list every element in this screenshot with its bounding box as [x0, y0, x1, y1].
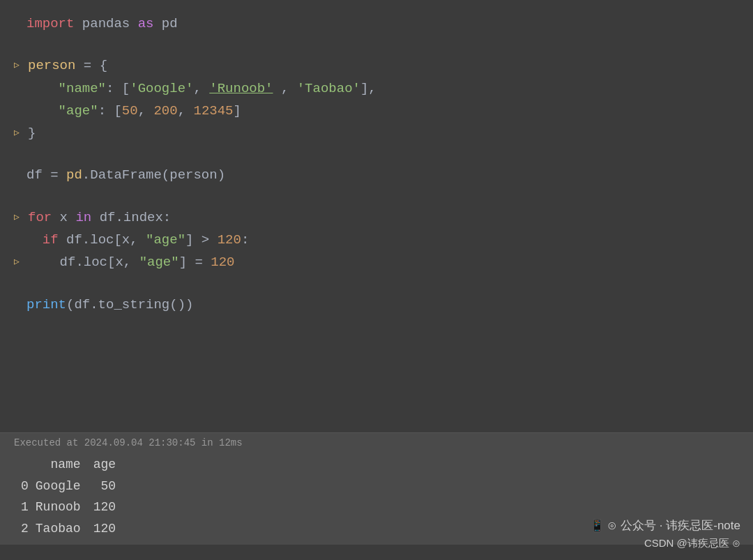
code-text: ,	[273, 77, 297, 100]
code-text: ,	[193, 77, 209, 100]
code-text: = {	[75, 54, 107, 77]
code-number: 12345	[194, 100, 234, 122]
code-line-8: df = pd .DataFrame(person)	[14, 164, 739, 186]
cell-name: Taobao	[36, 518, 93, 540]
wechat-icon: 📱	[590, 519, 604, 532]
cell-name: Google	[36, 476, 93, 497]
watermark-line1: 📱 ⊙ 公众号 · 讳疾忌医-note	[590, 516, 740, 535]
execution-status: Executed at 2024.09.04 21:30:45 in 12ms	[14, 437, 739, 451]
cell-age: 50	[93, 476, 128, 497]
watermark-line2: CSDN @讳疾忌医 ⊙	[590, 535, 740, 552]
code-var: person	[28, 54, 75, 77]
keyword-import: import	[26, 13, 74, 35]
code-string: "name"	[59, 77, 106, 100]
code-text: ]	[234, 100, 241, 122]
gutter-14	[14, 294, 26, 316]
col-header-name: name	[36, 454, 93, 476]
code-number: 200	[153, 100, 177, 122]
col-header-index	[21, 454, 36, 476]
gutter-10: ▷	[14, 210, 26, 225]
gutter-3: ▷	[14, 58, 26, 73]
cell-age: 120	[93, 518, 128, 540]
code-text: ],	[360, 77, 376, 100]
code-text	[26, 229, 43, 251]
gutter-12: ▷	[14, 255, 26, 270]
empty-line	[14, 144, 739, 164]
code-line-12: ▷ df.loc[x, "age" ] = 120	[14, 251, 739, 273]
code-text: ] =	[179, 251, 211, 273]
code-line-14: print (df.to_string())	[14, 294, 739, 316]
code-text: (df.to_string())	[66, 294, 193, 316]
code-line-10: ▷ for x in df.index:	[14, 206, 739, 229]
code-text: pandas	[74, 13, 137, 35]
code-text: x	[52, 206, 75, 229]
code-string: 'Runoob'	[209, 77, 273, 100]
gutter-11	[14, 229, 26, 251]
table-row: 2 Taobao 120	[21, 518, 128, 540]
code-text: : [	[98, 100, 122, 122]
code-line-6: ▷ }	[14, 122, 739, 144]
watermark: 📱 ⊙ 公众号 · 讳疾忌医-note CSDN @讳疾忌医 ⊙	[590, 516, 740, 552]
result-table: name age 0 Google 50 1 Runoob 120 2 Taob…	[21, 454, 128, 539]
empty-line	[14, 35, 739, 54]
code-string: "age"	[59, 100, 98, 122]
cell-age: 120	[93, 497, 128, 518]
cell-name: Runoob	[36, 497, 93, 518]
cell-index: 0	[21, 476, 36, 497]
empty-line	[14, 274, 739, 294]
code-text: df =	[26, 164, 66, 186]
code-number: 120	[211, 251, 234, 273]
keyword-in: in	[75, 206, 91, 229]
gutter-4	[14, 77, 26, 100]
code-text	[26, 77, 59, 100]
code-text: .DataFrame(person)	[82, 164, 225, 186]
keyword-print: print	[26, 294, 66, 316]
gutter-1	[14, 13, 26, 35]
code-line-1: import pandas as pd	[14, 13, 739, 35]
code-text: ,	[178, 100, 194, 122]
gutter-8	[14, 164, 26, 186]
code-line-11: if df.loc[x, "age" ] > 120 :	[14, 229, 739, 251]
code-module: pd	[66, 164, 82, 186]
code-string: "age"	[146, 229, 185, 251]
code-line-3: ▷ person = {	[14, 54, 739, 77]
code-number: 50	[122, 100, 138, 122]
code-text: :	[241, 229, 249, 251]
code-text	[26, 100, 59, 122]
cell-index: 2	[21, 518, 36, 540]
table-row: 0 Google 50	[21, 476, 128, 497]
watermark-text1: ⊙ 公众号 · 讳疾忌医-note	[607, 519, 740, 532]
gutter-5	[14, 100, 26, 122]
code-number: 120	[218, 229, 241, 251]
table-row: 1 Runoob 120	[21, 497, 128, 518]
code-text: }	[28, 122, 36, 144]
code-text: ,	[138, 100, 154, 122]
code-line-5: "age" : [ 50 , 200 , 12345 ]	[14, 100, 739, 122]
cell-index: 1	[21, 497, 36, 518]
code-text: : [	[106, 77, 130, 100]
code-string: 'Google'	[130, 77, 193, 100]
code-text: df.loc[x,	[59, 229, 146, 251]
empty-line	[14, 187, 739, 206]
keyword-if: if	[43, 229, 59, 251]
col-header-age: age	[93, 454, 128, 476]
gutter-6: ▷	[14, 126, 26, 141]
code-text: ] >	[185, 229, 218, 251]
code-text: df.index:	[91, 206, 171, 229]
keyword-as: as	[138, 13, 154, 35]
code-line-4: "name" : [ 'Google' , 'Runoob' , 'Taobao…	[14, 77, 739, 100]
keyword-for: for	[28, 206, 52, 229]
code-text: df.loc[x,	[28, 251, 139, 273]
code-text: pd	[153, 13, 177, 35]
code-string: "age"	[139, 251, 179, 273]
table-header-row: name age	[21, 454, 128, 476]
code-string: 'Taobao'	[297, 77, 360, 100]
code-editor: import pandas as pd ▷ person = { "name" …	[0, 0, 753, 432]
